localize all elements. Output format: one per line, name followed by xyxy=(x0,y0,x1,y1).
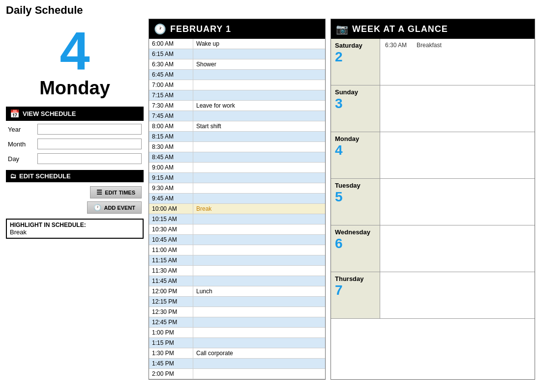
highlight-section: HIGHLIGHT IN SCHEDULE: Break xyxy=(6,219,144,239)
week-day-label: Monday4 xyxy=(331,132,380,178)
table-row: 6:00 AMWake up xyxy=(149,39,325,49)
time-cell: 10:45 AM xyxy=(149,235,193,245)
event-cell xyxy=(193,317,325,327)
week-day-name: Wednesday xyxy=(335,228,376,236)
time-cell: 9:00 AM xyxy=(149,163,193,172)
week-day-events xyxy=(380,85,535,132)
event-cell xyxy=(193,142,325,152)
event-cell xyxy=(193,173,325,183)
table-row: 6:30 AMShower xyxy=(149,59,325,70)
event-cell: Wake up xyxy=(193,39,325,49)
event-cell xyxy=(193,235,325,245)
view-schedule-header: 📅 VIEW SCHEDULE xyxy=(6,107,144,121)
week-day-name: Saturday xyxy=(335,42,376,49)
event-cell xyxy=(193,297,325,307)
add-event-button[interactable]: 🕐 ADD EVENT xyxy=(87,201,142,214)
event-cell xyxy=(193,328,325,337)
time-cell: 8:00 AM xyxy=(149,121,193,131)
time-cell: 12:00 PM xyxy=(149,286,193,296)
edit-schedule-header: 🗂 EDIT SCHEDULE xyxy=(6,170,144,182)
add-event-label: ADD EVENT xyxy=(104,205,135,211)
time-cell: 8:30 AM xyxy=(149,142,193,152)
day-row: Day xyxy=(6,153,144,164)
edit-times-button[interactable]: ☰ EDIT TIMES xyxy=(90,186,142,198)
time-cell: 11:15 AM xyxy=(149,255,193,265)
time-cell: 11:30 AM xyxy=(149,266,193,276)
highlight-title: HIGHLIGHT IN SCHEDULE: xyxy=(10,222,140,228)
table-row: 8:45 AM xyxy=(149,152,325,163)
clock-schedule-icon: 🕐 xyxy=(154,23,166,35)
table-row: 11:45 AM xyxy=(149,276,325,286)
week-day-number: 5 xyxy=(335,189,376,205)
table-row: 12:00 PMLunch xyxy=(149,286,325,297)
time-cell: 10:15 AM xyxy=(149,214,193,224)
day-number: 4 xyxy=(60,24,90,78)
month-row: Month xyxy=(6,139,144,149)
time-cell: 8:45 AM xyxy=(149,152,193,162)
time-cell: 12:45 PM xyxy=(149,317,193,327)
week-event-time: 6:30 AM xyxy=(385,42,407,49)
time-cell: 6:15 AM xyxy=(149,49,193,59)
time-cell: 7:45 AM xyxy=(149,111,193,121)
table-row: 9:45 AM xyxy=(149,194,325,204)
table-row: 10:15 AM xyxy=(149,214,325,224)
table-row: 1:30 PMCall corporate xyxy=(149,348,325,359)
schedule-panel: 🕐 FEBRUARY 1 6:00 AMWake up6:15 AM6:30 A… xyxy=(149,19,326,380)
time-cell: 9:45 AM xyxy=(149,194,193,203)
event-cell xyxy=(193,369,325,379)
year-label: Year xyxy=(8,126,37,133)
event-cell xyxy=(193,359,325,368)
event-cell xyxy=(193,90,325,100)
week-day-events xyxy=(380,225,535,272)
week-day-label: Thursday7 xyxy=(331,272,380,318)
year-input[interactable] xyxy=(37,124,142,135)
event-cell xyxy=(193,80,325,90)
week-day-row: Thursday7 xyxy=(331,272,535,319)
month-input[interactable] xyxy=(37,139,142,149)
event-cell xyxy=(193,338,325,348)
week-day-name: Tuesday xyxy=(335,182,376,189)
time-cell: 7:00 AM xyxy=(149,80,193,90)
table-row: 7:00 AM xyxy=(149,80,325,90)
time-cell: 1:00 PM xyxy=(149,328,193,337)
table-row: 9:30 AM xyxy=(149,183,325,194)
week-day-number: 2 xyxy=(335,49,376,65)
week-day-name: Monday xyxy=(335,135,376,142)
time-cell: 6:45 AM xyxy=(149,70,193,80)
edit-times-row: ☰ EDIT TIMES xyxy=(6,186,144,198)
day-input[interactable] xyxy=(37,153,142,164)
table-row: 10:30 AM xyxy=(149,224,325,235)
table-row: 1:45 PM xyxy=(149,359,325,369)
schedule-rows: 6:00 AMWake up6:15 AM6:30 AMShower6:45 A… xyxy=(149,39,325,379)
week-days: Saturday26:30 AMBreakfastSunday3Monday4T… xyxy=(331,39,535,319)
time-cell: 7:30 AM xyxy=(149,101,193,111)
camera-icon: 📷 xyxy=(336,23,348,35)
event-cell xyxy=(193,70,325,80)
event-cell xyxy=(193,49,325,59)
week-day-row: Monday4 xyxy=(331,132,535,179)
time-cell: 10:30 AM xyxy=(149,224,193,234)
day-name: Monday xyxy=(39,78,110,99)
edit-schedule-label: EDIT SCHEDULE xyxy=(19,172,71,180)
event-cell xyxy=(193,194,325,203)
event-cell xyxy=(193,307,325,317)
list-icon: ☰ xyxy=(96,189,102,196)
table-row: 8:30 AM xyxy=(149,142,325,152)
week-title: WEEK AT A GLANCE xyxy=(352,24,448,34)
table-row: 8:00 AMStart shift xyxy=(149,121,325,132)
week-day-events xyxy=(380,132,535,178)
highlight-value: Break xyxy=(10,228,140,236)
view-schedule-label: VIEW SCHEDULE xyxy=(23,110,76,117)
event-cell: Lunch xyxy=(193,286,325,296)
edit-schedule-icon: 🗂 xyxy=(10,172,16,180)
table-row: 6:15 AM xyxy=(149,49,325,59)
event-cell xyxy=(193,224,325,234)
page-title: Daily Schedule xyxy=(0,0,541,19)
week-event-name: Breakfast xyxy=(417,42,442,49)
table-row: 1:00 PM xyxy=(149,328,325,338)
time-cell: 9:30 AM xyxy=(149,183,193,193)
time-cell: 7:15 AM xyxy=(149,90,193,100)
calendar-icon: 📅 xyxy=(10,109,20,118)
event-cell xyxy=(193,266,325,276)
table-row: 1:15 PM xyxy=(149,338,325,348)
